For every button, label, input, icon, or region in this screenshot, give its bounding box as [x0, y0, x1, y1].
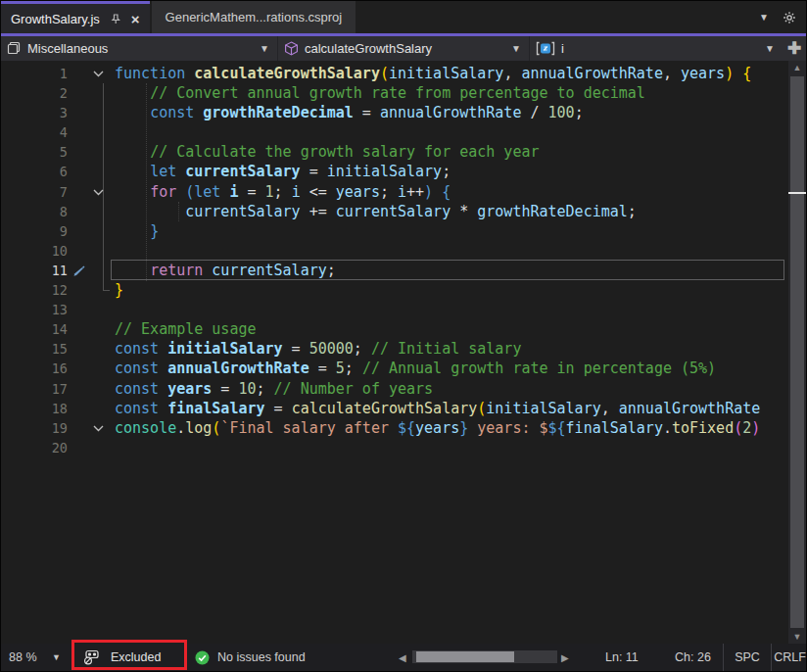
tab-csproj[interactable]: GenericMathem...rations.csproj	[152, 1, 356, 33]
fold-margin	[68, 202, 115, 221]
line-number: 15	[1, 339, 68, 359]
line-number: 19	[1, 418, 68, 438]
code-line[interactable]: 8 currentSalary += currentSalary * growt…	[1, 202, 788, 221]
code-line[interactable]: 14// Example usage	[1, 319, 788, 339]
line-ending-indicator[interactable]: CRLF	[771, 644, 807, 671]
spaces-indicator[interactable]: SPC	[723, 644, 771, 671]
fold-chevron-icon[interactable]	[93, 189, 104, 196]
zoom-chevron-icon[interactable]: ▼	[52, 644, 61, 671]
code-line[interactable]: 11 return currentSalary;	[1, 261, 788, 280]
vs-window: GrowthSalary.js × GenericMathem...ration…	[0, 0, 807, 672]
type-dropdown[interactable]: calculateGrowthSalary ▼	[278, 36, 530, 61]
code-line[interactable]: 2 // Convert annual growth rate from per…	[1, 83, 788, 103]
project-dropdown[interactable]: Miscellaneous ▼	[1, 36, 278, 61]
code-text: // Calculate the growth salary for each …	[115, 142, 788, 162]
fold-margin	[68, 182, 115, 202]
fold-margin	[68, 399, 115, 418]
fold-margin	[68, 83, 115, 103]
code-line[interactable]: 9 }	[1, 221, 788, 241]
code-text: console.log(`Final salary after ${years}…	[115, 418, 788, 438]
scroll-right-icon[interactable]: ▶	[561, 644, 569, 671]
check-circle-icon	[195, 644, 210, 671]
horizontal-scrollbar[interactable]	[412, 650, 557, 663]
horizontal-scrollbar-thumb[interactable]	[416, 651, 514, 662]
tab-bar: GrowthSalary.js × GenericMathem...ration…	[1, 1, 806, 33]
fold-chevron-icon[interactable]	[93, 425, 104, 432]
code-lines: 1function calculateGrowthSalary(initialS…	[1, 64, 788, 457]
code-line[interactable]: 3 const growthRateDecimal = annualGrowth…	[1, 103, 788, 122]
line-number: 5	[1, 142, 68, 162]
line-number: 6	[1, 162, 68, 181]
window-list-chevron-icon[interactable]: ▼	[759, 12, 769, 23]
fold-margin	[68, 64, 115, 83]
code-text: for (let i = 1; i <= years; i++) {	[115, 182, 788, 202]
code-line[interactable]: 5 // Calculate the growth salary for eac…	[1, 142, 788, 162]
fold-margin	[68, 142, 115, 162]
line-number: 16	[1, 359, 68, 378]
fold-margin	[68, 339, 115, 359]
chevron-down-icon: ▼	[260, 43, 269, 54]
code-line[interactable]: 15const initialSalary = 50000; // Initia…	[1, 339, 788, 359]
scroll-up-icon[interactable]: ▲	[788, 61, 806, 74]
code-line[interactable]: 19console.log(`Final salary after ${year…	[1, 418, 788, 438]
code-line[interactable]: 16const annualGrowthRate = 5; // Annual …	[1, 359, 788, 378]
edit-pen-icon	[71, 264, 86, 278]
fold-chevron-icon[interactable]	[93, 71, 104, 77]
fold-margin	[68, 300, 115, 319]
code-text: function calculateGrowthSalary(initialSa…	[115, 64, 788, 83]
vertical-scrollbar-thumb[interactable]	[790, 76, 804, 628]
fold-margin	[68, 241, 115, 261]
code-line[interactable]: 10	[1, 241, 788, 261]
code-text: }	[115, 280, 788, 300]
code-text: }	[115, 221, 788, 241]
code-line[interactable]: 13	[1, 300, 788, 319]
code-text: const growthRateDecimal = annualGrowthRa…	[115, 103, 788, 122]
code-line[interactable]: 20	[1, 438, 788, 457]
fold-margin	[68, 280, 115, 300]
member-icon	[536, 41, 555, 56]
fold-margin	[68, 319, 115, 339]
line-indicator[interactable]: Ln: 11	[605, 644, 639, 671]
code-line[interactable]: 12}	[1, 280, 788, 300]
project-name: Miscellaneous	[27, 41, 108, 56]
code-text: // Example usage	[115, 319, 788, 339]
fold-margin	[68, 221, 115, 241]
split-icon[interactable]: ✚	[783, 38, 806, 59]
issues-status[interactable]: No issues found	[217, 644, 306, 671]
project-icon	[7, 41, 22, 56]
code-line[interactable]: 7 for (let i = 1; i <= years; i++) {	[1, 182, 788, 202]
gear-icon[interactable]	[783, 11, 796, 24]
chevron-down-icon: ▼	[765, 43, 775, 54]
code-line[interactable]: 1function calculateGrowthSalary(initialS…	[1, 64, 788, 83]
code-line[interactable]: 6 let currentSalary = initialSalary;	[1, 162, 788, 181]
cube-icon	[284, 41, 299, 56]
line-number: 13	[1, 300, 68, 319]
code-line[interactable]: 4	[1, 122, 788, 142]
vertical-scrollbar[interactable]: ▲ ▼	[788, 61, 806, 644]
tab-label: GenericMathem...rations.csproj	[166, 10, 343, 24]
scroll-down-icon[interactable]: ▼	[788, 630, 806, 644]
fold-margin	[68, 418, 115, 438]
code-line[interactable]: 17const years = 10; // Number of years	[1, 379, 788, 399]
line-number: 8	[1, 202, 68, 221]
member-dropdown[interactable]: i ▼	[530, 36, 783, 61]
code-text	[115, 438, 788, 457]
code-text: currentSalary += currentSalary * growthR…	[115, 202, 788, 221]
pin-icon[interactable]	[110, 13, 121, 24]
close-icon[interactable]: ×	[131, 12, 140, 26]
scroll-left-icon[interactable]: ◀	[399, 644, 406, 671]
line-number: 2	[1, 83, 68, 103]
fold-margin	[68, 359, 115, 378]
code-text: const years = 10; // Number of years	[115, 379, 788, 399]
fold-margin	[68, 122, 115, 142]
zoom-level[interactable]: 88 %	[9, 644, 37, 671]
fold-margin	[68, 379, 115, 399]
code-line[interactable]: 18const finalSalary = calculateGrowthSal…	[1, 399, 788, 418]
line-number: 3	[1, 103, 68, 122]
navigation-bar: Miscellaneous ▼ calculateGrowthSalary ▼ …	[1, 33, 806, 61]
code-text: const initialSalary = 50000; // Initial …	[115, 339, 788, 359]
code-text: const finalSalary = calculateGrowthSalar…	[115, 399, 788, 418]
column-indicator[interactable]: Ch: 26	[675, 644, 711, 671]
code-editor[interactable]: 1function calculateGrowthSalary(initialS…	[1, 61, 806, 644]
tab-growthsalary[interactable]: GrowthSalary.js ×	[1, 1, 150, 33]
